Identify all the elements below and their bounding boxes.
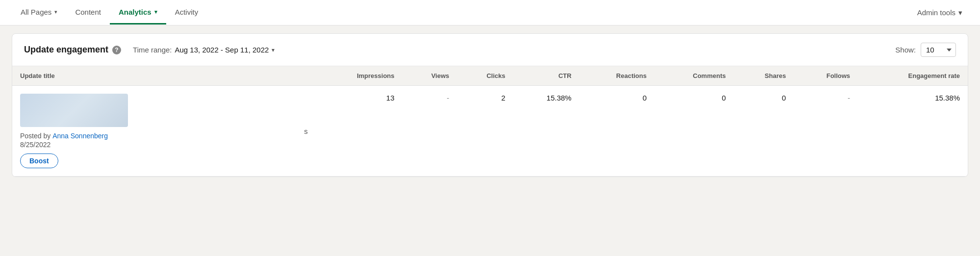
col-header-engagement-rate: Engagement rate	[858, 66, 968, 86]
nav-left: All Pages ▾ Content Analytics ▾ Activity	[12, 1, 207, 25]
time-range-value: Aug 13, 2022 - Sep 11, 2022	[175, 46, 269, 54]
admin-tools-label: Admin tools	[917, 8, 955, 17]
analytics-chevron-icon: ▾	[154, 9, 157, 15]
table-body: Posted by Anna Sonnenberg 8/25/2022 Boos…	[12, 86, 968, 177]
admin-tools-button[interactable]: Admin tools ▾	[911, 4, 968, 21]
analytics-label: Analytics	[119, 8, 151, 16]
engagement-table: Update title Impressions Views Clicks	[12, 66, 968, 177]
nav-content[interactable]: Content	[66, 1, 110, 25]
nav-right: Admin tools ▾	[911, 4, 968, 21]
col-header-e	[284, 66, 316, 86]
col-header-title: Update title	[12, 66, 284, 86]
nav-activity[interactable]: Activity	[166, 1, 207, 25]
card-title: Update engagement ?	[24, 45, 121, 55]
post-date: 8/25/2022	[20, 141, 276, 149]
all-pages-chevron-icon: ▾	[54, 9, 57, 15]
col-header-impressions: Impressions	[316, 66, 402, 86]
cell-follows: -	[794, 86, 858, 177]
table-header: Update title Impressions Views Clicks	[12, 66, 968, 86]
time-range-chevron-icon: ▾	[272, 47, 275, 53]
cell-clicks: 2	[457, 86, 513, 177]
time-range-label: Time range:	[133, 46, 172, 54]
time-range-selector[interactable]: Time range: Aug 13, 2022 - Sep 11, 2022 …	[133, 46, 275, 54]
cell-engagement-rate: 15.38%	[858, 86, 968, 177]
col-header-shares: Shares	[733, 66, 794, 86]
col-header-follows: Follows	[794, 66, 858, 86]
posted-by-text: Posted by Anna Sonnenberg	[20, 132, 276, 140]
card-title-text: Update engagement	[24, 45, 108, 55]
col-header-reactions: Reactions	[579, 66, 654, 86]
col-header-ctr: CTR	[513, 66, 579, 86]
content-label: Content	[75, 8, 101, 16]
activity-label: Activity	[175, 8, 199, 16]
cell-reactions: 0	[579, 86, 654, 177]
cell-views: -	[402, 86, 457, 177]
show-label: Show:	[895, 46, 916, 54]
table-row: Posted by Anna Sonnenberg 8/25/2022 Boos…	[12, 86, 968, 177]
show-select[interactable]: 10 25 50	[921, 43, 956, 57]
nav-all-pages[interactable]: All Pages ▾	[12, 1, 66, 25]
cell-comments: 0	[654, 86, 734, 177]
engagement-table-wrapper: Update title Impressions Views Clicks	[12, 66, 968, 177]
author-link[interactable]: Anna Sonnenberg	[52, 132, 108, 140]
boost-button[interactable]: Boost	[20, 154, 58, 168]
cell-ctr: 15.38%	[513, 86, 579, 177]
cell-shares: 0	[733, 86, 794, 177]
cell-e: s	[284, 86, 316, 177]
main-content: Update engagement ? Time range: Aug 13, …	[0, 26, 980, 185]
col-header-clicks: Clicks	[457, 66, 513, 86]
cell-impressions: 13	[316, 86, 402, 177]
top-navigation: All Pages ▾ Content Analytics ▾ Activity…	[0, 0, 980, 26]
col-header-views: Views	[402, 66, 457, 86]
update-engagement-card: Update engagement ? Time range: Aug 13, …	[12, 33, 968, 177]
show-control: Show: 10 25 50	[895, 43, 956, 57]
cell-post-info: Posted by Anna Sonnenberg 8/25/2022 Boos…	[12, 86, 284, 177]
post-thumbnail	[20, 94, 128, 127]
nav-analytics[interactable]: Analytics ▾	[110, 1, 166, 25]
col-header-comments: Comments	[654, 66, 734, 86]
admin-tools-chevron-icon: ▾	[958, 8, 962, 17]
all-pages-label: All Pages	[21, 8, 51, 16]
card-header: Update engagement ? Time range: Aug 13, …	[12, 34, 968, 66]
help-icon[interactable]: ?	[112, 46, 121, 54]
